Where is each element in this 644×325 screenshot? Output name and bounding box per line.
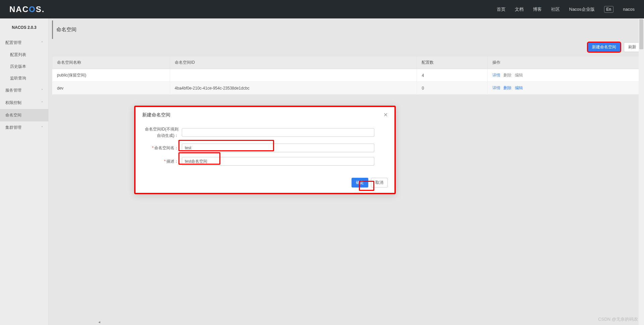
watermark: CSDN @无奈的码农 <box>598 316 638 322</box>
form-row-id: 命名空间ID(不填则自动生成)： <box>142 126 374 139</box>
action-row: 新建命名空间 刷新 <box>52 39 641 56</box>
sidebar-item-namespace[interactable]: 命名空间 <box>0 109 48 121</box>
modal-body: 命名空间ID(不填则自动生成)： *命名空间名： *描述： <box>136 123 394 174</box>
logo-text-post: S. <box>36 5 45 14</box>
cell-name: public(保留空间) <box>52 69 170 82</box>
sidebar-label: 服务管理 <box>5 88 21 93</box>
vertical-scrollbar[interactable] <box>639 18 644 325</box>
version-label: NACOS 2.0.3 <box>0 18 48 37</box>
sidebar-label: 配置管理 <box>5 40 21 46</box>
edit-link: 编辑 <box>515 73 523 77</box>
label-text: 描述： <box>166 159 178 164</box>
scrollbar-thumb[interactable] <box>639 19 643 49</box>
detail-link[interactable]: 详情 <box>492 86 500 90</box>
lang-switch-button[interactable]: En <box>604 6 614 13</box>
ok-button[interactable]: 确定 <box>352 178 368 187</box>
delete-link: 删除 <box>503 73 512 77</box>
cancel-button[interactable]: 取消 <box>371 178 388 187</box>
cell-name: dev <box>52 82 170 95</box>
cell-count: 4 <box>417 69 487 82</box>
label-namespace-id: 命名空间ID(不填则自动生成)： <box>142 126 182 139</box>
namespace-table: 命名空间名称 命名空间ID 配置数 操作 public(保留空间) 4 详情 删… <box>52 56 641 95</box>
sidebar-item-service-mgmt[interactable]: 服务管理 ˅ <box>0 84 48 97</box>
form-row-name: *命名空间名： <box>142 144 374 152</box>
th-ops: 操作 <box>487 56 640 69</box>
cell-ops: 详情 删除 编辑 <box>487 69 640 82</box>
chevron-down-icon: ˅ <box>41 89 43 92</box>
sidebar-item-cluster-mgmt[interactable]: 集群管理 ˅ <box>0 121 48 134</box>
sidebar-item-perm-ctrl[interactable]: 权限控制 ˅ <box>0 97 48 109</box>
detail-link[interactable]: 详情 <box>492 73 500 77</box>
sidebar-item-config-mgmt[interactable]: 配置管理 ˄ <box>0 37 48 49</box>
chevron-down-icon: ˅ <box>41 101 43 105</box>
label-namespace-desc: *描述： <box>142 158 182 165</box>
th-name: 命名空间名称 <box>52 56 170 69</box>
cell-id <box>170 69 417 82</box>
label-namespace-name: *命名空间名： <box>142 145 182 151</box>
table-row: dev 4ba4bf0e-210c-41ce-954c-23538de1dcbc… <box>52 82 641 95</box>
nav-docs[interactable]: 文档 <box>515 6 524 12</box>
th-id: 命名空间ID <box>170 56 417 69</box>
sidebar-label: 命名空间 <box>5 112 21 118</box>
nav-enterprise[interactable]: Nacos企业版 <box>569 6 595 12</box>
modal-title: 新建命名空间 <box>142 112 170 118</box>
nav-home[interactable]: 首页 <box>497 6 505 12</box>
nav-blog[interactable]: 博客 <box>533 6 542 12</box>
sidebar-sub-listen-query[interactable]: 监听查询 <box>0 72 48 84</box>
cell-id: 4ba4bf0e-210c-41ce-954c-23538de1dcbc <box>170 82 417 95</box>
cell-ops: 详情 删除 编辑 <box>487 82 640 95</box>
sidebar: NACOS 2.0.3 配置管理 ˄ 配置列表 历史版本 监听查询 服务管理 ˅… <box>0 18 49 325</box>
sidebar-label: 集群管理 <box>5 125 21 130</box>
namespace-name-input[interactable] <box>182 144 374 152</box>
namespace-desc-input[interactable] <box>182 157 374 166</box>
logo: NACOS. <box>9 5 45 14</box>
top-nav: 首页 文档 博客 社区 Nacos企业版 En nacos <box>497 6 635 13</box>
cell-count: 0 <box>417 82 487 95</box>
sidebar-sub-history[interactable]: 历史版本 <box>0 61 48 72</box>
namespace-id-input[interactable] <box>182 128 374 137</box>
form-row-desc: *描述： <box>142 157 374 166</box>
refresh-button[interactable]: 刷新 <box>624 42 641 52</box>
delete-link[interactable]: 删除 <box>503 86 512 90</box>
top-bar: NACOS. 首页 文档 博客 社区 Nacos企业版 En nacos <box>0 0 644 18</box>
table-row: public(保留空间) 4 详情 删除 编辑 <box>52 69 641 82</box>
new-namespace-modal: 新建命名空间 ✕ 命名空间ID(不填则自动生成)： *命名空间名： *描述： 确… <box>134 106 396 194</box>
user-menu[interactable]: nacos <box>623 7 635 12</box>
th-count: 配置数 <box>417 56 487 69</box>
modal-header: 新建命名空间 ✕ <box>136 107 394 123</box>
chevron-down-icon: ˅ <box>41 126 43 129</box>
sidebar-label: 权限控制 <box>5 100 21 106</box>
close-icon[interactable]: ✕ <box>383 112 388 118</box>
nav-community[interactable]: 社区 <box>551 6 560 12</box>
sidebar-sub-config-list[interactable]: 配置列表 <box>0 49 48 61</box>
edit-link[interactable]: 编辑 <box>515 86 523 90</box>
hscroll-left-arrow-icon[interactable]: ◂ <box>98 320 100 324</box>
modal-footer: 确定 取消 <box>136 174 394 193</box>
label-text: 命名空间名： <box>154 146 178 150</box>
page-title: 命名空间 <box>52 20 641 39</box>
logo-text-pre: NAC <box>9 5 29 14</box>
chevron-up-icon: ˄ <box>41 41 43 45</box>
new-namespace-button[interactable]: 新建命名空间 <box>588 42 621 52</box>
logo-text-accent: O <box>29 5 36 14</box>
